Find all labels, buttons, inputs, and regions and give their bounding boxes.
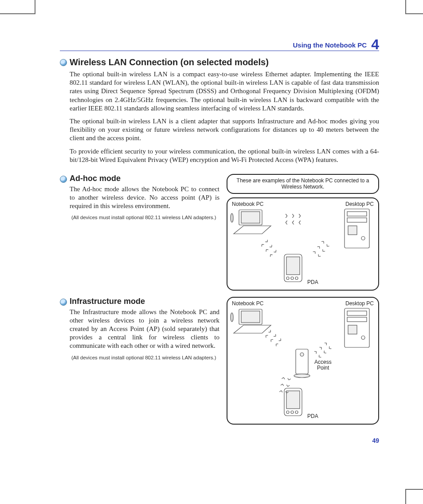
svg-point-28 <box>295 411 298 413</box>
label-desktop: Desktop PC <box>345 300 374 307</box>
globe-icon <box>60 59 67 66</box>
page-number: 49 <box>372 437 379 444</box>
svg-point-11 <box>291 277 294 280</box>
svg-rect-1 <box>241 212 260 223</box>
svg-point-23 <box>300 353 304 356</box>
label-ap1: Access <box>314 359 332 365</box>
svg-rect-6 <box>348 226 357 235</box>
chapter-title: Using the Notebook PC <box>293 41 367 49</box>
main-heading: Wireless LAN Connection (on selected mod… <box>70 57 269 67</box>
svg-point-20 <box>361 336 365 339</box>
globe-icon <box>60 299 67 306</box>
svg-point-26 <box>286 411 289 413</box>
paragraph: The optional built-in wireless LAN is a … <box>70 70 379 113</box>
adhoc-body: The Ad-hoc mode allows the Notebook PC t… <box>70 185 219 211</box>
desktop-illustration <box>343 307 374 350</box>
label-ap2: Point <box>317 365 329 371</box>
infra-diagram: Notebook PC Desktop PC Access Point PDA <box>227 297 379 425</box>
wireless-waves-icon: › › ›‹ ‹ ‹ <box>313 339 333 359</box>
svg-point-22 <box>294 374 310 378</box>
notebook-illustration <box>230 208 274 239</box>
pda-illustration <box>282 253 304 284</box>
access-point-illustration <box>292 347 312 378</box>
paragraph: To provide efficient security to your wi… <box>70 147 379 164</box>
infra-body: The Infrastructure mode allows the Noteb… <box>70 308 219 350</box>
svg-point-15 <box>231 313 233 322</box>
svg-rect-17 <box>347 311 367 315</box>
svg-rect-9 <box>286 257 300 275</box>
chapter-number: 4 <box>371 37 379 51</box>
svg-point-12 <box>295 277 298 280</box>
paragraph: The optional built-in wireless LAN is a … <box>70 117 379 143</box>
svg-rect-19 <box>348 325 357 334</box>
adhoc-diagram: Notebook PC Desktop PC PDA <box>227 197 379 291</box>
wireless-waves-icon: › › ›‹ ‹ ‹ <box>311 238 331 258</box>
svg-point-27 <box>291 411 294 413</box>
adhoc-heading: Ad-hoc mode <box>70 174 121 183</box>
desktop-illustration <box>343 208 374 250</box>
svg-rect-4 <box>347 212 367 216</box>
svg-point-2 <box>231 213 233 222</box>
label-pda: PDA <box>307 279 318 285</box>
label-notebook: Notebook PC <box>232 300 263 307</box>
wireless-waves-icon: › › ›‹ ‹ ‹ <box>285 212 302 225</box>
diagram-caption: These are examples of the Notebook PC co… <box>227 174 379 194</box>
svg-rect-18 <box>347 317 367 322</box>
infra-note: (All devices must install optional 802.1… <box>71 355 219 360</box>
label-desktop: Desktop PC <box>345 201 374 207</box>
svg-point-10 <box>286 277 289 280</box>
infra-heading: Infrastructure mode <box>70 297 145 306</box>
chapter-header: Using the Notebook PC 4 <box>60 35 379 51</box>
label-notebook: Notebook PC <box>232 201 263 207</box>
svg-rect-5 <box>347 218 367 222</box>
wireless-waves-icon: › › ›‹ ‹ ‹ <box>260 238 279 258</box>
svg-rect-14 <box>241 311 260 323</box>
svg-point-7 <box>361 236 365 240</box>
wireless-waves-icon: › › ›‹ ‹ ‹ <box>278 376 292 395</box>
adhoc-note: (All devices must install optional 802.1… <box>71 215 219 220</box>
globe-icon <box>60 176 67 183</box>
label-pda: PDA <box>307 413 318 419</box>
